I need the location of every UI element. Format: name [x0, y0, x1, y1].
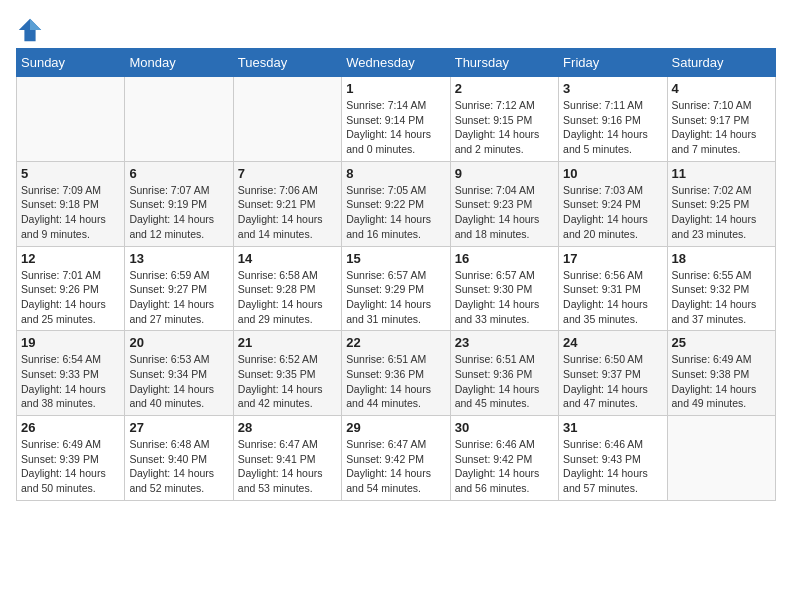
daylight-text: Daylight: 14 hours and 33 minutes.: [455, 297, 554, 326]
day-number: 14: [238, 251, 337, 266]
sunset-text: Sunset: 9:22 PM: [346, 197, 445, 212]
day-number: 4: [672, 81, 771, 96]
sunset-text: Sunset: 9:40 PM: [129, 452, 228, 467]
calendar-cell: 4Sunrise: 7:10 AMSunset: 9:17 PMDaylight…: [667, 77, 775, 162]
weekday-header: Sunday: [17, 49, 125, 77]
calendar-cell: 19Sunrise: 6:54 AMSunset: 9:33 PMDayligh…: [17, 331, 125, 416]
sunset-text: Sunset: 9:30 PM: [455, 282, 554, 297]
day-info: Sunrise: 7:14 AMSunset: 9:14 PMDaylight:…: [346, 98, 445, 157]
sunset-text: Sunset: 9:16 PM: [563, 113, 662, 128]
daylight-text: Daylight: 14 hours and 20 minutes.: [563, 212, 662, 241]
daylight-text: Daylight: 14 hours and 25 minutes.: [21, 297, 120, 326]
day-number: 21: [238, 335, 337, 350]
sunrise-text: Sunrise: 7:10 AM: [672, 98, 771, 113]
sunset-text: Sunset: 9:38 PM: [672, 367, 771, 382]
day-number: 9: [455, 166, 554, 181]
sunset-text: Sunset: 9:14 PM: [346, 113, 445, 128]
day-number: 28: [238, 420, 337, 435]
sunset-text: Sunset: 9:39 PM: [21, 452, 120, 467]
day-info: Sunrise: 6:50 AMSunset: 9:37 PMDaylight:…: [563, 352, 662, 411]
daylight-text: Daylight: 14 hours and 27 minutes.: [129, 297, 228, 326]
sunset-text: Sunset: 9:25 PM: [672, 197, 771, 212]
day-info: Sunrise: 6:46 AMSunset: 9:43 PMDaylight:…: [563, 437, 662, 496]
day-number: 16: [455, 251, 554, 266]
sunrise-text: Sunrise: 6:51 AM: [346, 352, 445, 367]
svg-marker-1: [30, 19, 41, 30]
day-number: 10: [563, 166, 662, 181]
daylight-text: Daylight: 14 hours and 40 minutes.: [129, 382, 228, 411]
sunrise-text: Sunrise: 7:11 AM: [563, 98, 662, 113]
day-info: Sunrise: 7:04 AMSunset: 9:23 PMDaylight:…: [455, 183, 554, 242]
calendar-cell: 31Sunrise: 6:46 AMSunset: 9:43 PMDayligh…: [559, 416, 667, 501]
daylight-text: Daylight: 14 hours and 7 minutes.: [672, 127, 771, 156]
day-number: 6: [129, 166, 228, 181]
day-number: 25: [672, 335, 771, 350]
day-info: Sunrise: 7:10 AMSunset: 9:17 PMDaylight:…: [672, 98, 771, 157]
sunset-text: Sunset: 9:43 PM: [563, 452, 662, 467]
day-info: Sunrise: 6:56 AMSunset: 9:31 PMDaylight:…: [563, 268, 662, 327]
sunset-text: Sunset: 9:36 PM: [346, 367, 445, 382]
sunrise-text: Sunrise: 6:59 AM: [129, 268, 228, 283]
day-number: 18: [672, 251, 771, 266]
day-number: 17: [563, 251, 662, 266]
day-info: Sunrise: 7:05 AMSunset: 9:22 PMDaylight:…: [346, 183, 445, 242]
daylight-text: Daylight: 14 hours and 2 minutes.: [455, 127, 554, 156]
day-number: 11: [672, 166, 771, 181]
calendar-cell: 15Sunrise: 6:57 AMSunset: 9:29 PMDayligh…: [342, 246, 450, 331]
calendar-cell: 17Sunrise: 6:56 AMSunset: 9:31 PMDayligh…: [559, 246, 667, 331]
day-number: 27: [129, 420, 228, 435]
calendar-cell: 8Sunrise: 7:05 AMSunset: 9:22 PMDaylight…: [342, 161, 450, 246]
calendar-cell: [667, 416, 775, 501]
day-number: 1: [346, 81, 445, 96]
daylight-text: Daylight: 14 hours and 53 minutes.: [238, 466, 337, 495]
sunset-text: Sunset: 9:24 PM: [563, 197, 662, 212]
calendar-cell: 28Sunrise: 6:47 AMSunset: 9:41 PMDayligh…: [233, 416, 341, 501]
daylight-text: Daylight: 14 hours and 16 minutes.: [346, 212, 445, 241]
calendar-week-row: 19Sunrise: 6:54 AMSunset: 9:33 PMDayligh…: [17, 331, 776, 416]
sunrise-text: Sunrise: 7:07 AM: [129, 183, 228, 198]
sunset-text: Sunset: 9:37 PM: [563, 367, 662, 382]
calendar-cell: 10Sunrise: 7:03 AMSunset: 9:24 PMDayligh…: [559, 161, 667, 246]
day-number: 29: [346, 420, 445, 435]
sunrise-text: Sunrise: 6:56 AM: [563, 268, 662, 283]
day-info: Sunrise: 6:51 AMSunset: 9:36 PMDaylight:…: [346, 352, 445, 411]
sunrise-text: Sunrise: 7:06 AM: [238, 183, 337, 198]
daylight-text: Daylight: 14 hours and 45 minutes.: [455, 382, 554, 411]
calendar-week-row: 12Sunrise: 7:01 AMSunset: 9:26 PMDayligh…: [17, 246, 776, 331]
daylight-text: Daylight: 14 hours and 38 minutes.: [21, 382, 120, 411]
sunrise-text: Sunrise: 6:48 AM: [129, 437, 228, 452]
day-number: 30: [455, 420, 554, 435]
day-number: 8: [346, 166, 445, 181]
sunrise-text: Sunrise: 6:57 AM: [346, 268, 445, 283]
calendar-cell: 27Sunrise: 6:48 AMSunset: 9:40 PMDayligh…: [125, 416, 233, 501]
sunrise-text: Sunrise: 7:01 AM: [21, 268, 120, 283]
sunset-text: Sunset: 9:17 PM: [672, 113, 771, 128]
sunrise-text: Sunrise: 6:58 AM: [238, 268, 337, 283]
day-info: Sunrise: 7:11 AMSunset: 9:16 PMDaylight:…: [563, 98, 662, 157]
sunset-text: Sunset: 9:19 PM: [129, 197, 228, 212]
weekday-header: Friday: [559, 49, 667, 77]
sunset-text: Sunset: 9:35 PM: [238, 367, 337, 382]
calendar-cell: 16Sunrise: 6:57 AMSunset: 9:30 PMDayligh…: [450, 246, 558, 331]
day-number: 5: [21, 166, 120, 181]
weekday-header: Tuesday: [233, 49, 341, 77]
weekday-header: Saturday: [667, 49, 775, 77]
sunset-text: Sunset: 9:41 PM: [238, 452, 337, 467]
sunset-text: Sunset: 9:29 PM: [346, 282, 445, 297]
calendar-cell: 29Sunrise: 6:47 AMSunset: 9:42 PMDayligh…: [342, 416, 450, 501]
day-info: Sunrise: 6:53 AMSunset: 9:34 PMDaylight:…: [129, 352, 228, 411]
sunrise-text: Sunrise: 7:03 AM: [563, 183, 662, 198]
calendar-cell: 30Sunrise: 6:46 AMSunset: 9:42 PMDayligh…: [450, 416, 558, 501]
day-info: Sunrise: 7:07 AMSunset: 9:19 PMDaylight:…: [129, 183, 228, 242]
day-info: Sunrise: 6:55 AMSunset: 9:32 PMDaylight:…: [672, 268, 771, 327]
calendar-cell: 1Sunrise: 7:14 AMSunset: 9:14 PMDaylight…: [342, 77, 450, 162]
day-number: 23: [455, 335, 554, 350]
calendar-cell: 23Sunrise: 6:51 AMSunset: 9:36 PMDayligh…: [450, 331, 558, 416]
day-info: Sunrise: 7:09 AMSunset: 9:18 PMDaylight:…: [21, 183, 120, 242]
calendar-cell: 9Sunrise: 7:04 AMSunset: 9:23 PMDaylight…: [450, 161, 558, 246]
daylight-text: Daylight: 14 hours and 29 minutes.: [238, 297, 337, 326]
day-number: 7: [238, 166, 337, 181]
sunrise-text: Sunrise: 7:05 AM: [346, 183, 445, 198]
sunrise-text: Sunrise: 6:53 AM: [129, 352, 228, 367]
calendar-cell: 7Sunrise: 7:06 AMSunset: 9:21 PMDaylight…: [233, 161, 341, 246]
